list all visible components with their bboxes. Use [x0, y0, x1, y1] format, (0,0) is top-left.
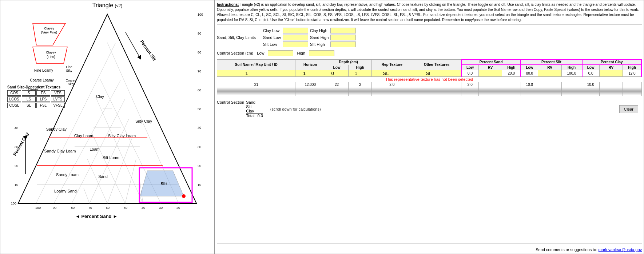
data-col14	[599, 82, 623, 87]
data-col1: 21	[217, 82, 295, 87]
clayey-f-label1: Clayey	[46, 51, 56, 54]
row1-rep-texture[interactable]	[383, 71, 401, 76]
silt-low-input[interactable]	[283, 41, 308, 47]
clay-high-input[interactable]	[330, 28, 356, 33]
silt-row: Silt	[246, 104, 263, 109]
clayey-f-label2: (Fine)	[47, 55, 55, 59]
silt-40: 40	[198, 126, 201, 130]
clay-high-header2: High	[623, 65, 641, 70]
data-row-1: 21 12.000 22 2 2.0 2.0 10.0	[217, 82, 642, 87]
sand-70: 70	[88, 206, 92, 210]
fsl-box[interactable]: FSL	[36, 103, 50, 108]
coarse-loamy-label: Coarse Loamy	[30, 78, 53, 82]
row1-silt-rv[interactable]	[538, 70, 561, 77]
cos-box[interactable]: COS	[7, 90, 21, 96]
depth-header: Depth (cm)	[325, 59, 371, 65]
cosl-box[interactable]: COSL	[7, 103, 21, 108]
clay-40-label: 40	[15, 126, 18, 130]
sl-box[interactable]: SL	[22, 103, 36, 108]
clay-rv-header: RV	[599, 65, 623, 70]
texture-grid: COS S FS VFS LCOS LS LFS LVFS COSL SL FS…	[7, 90, 65, 108]
row1-soil-name[interactable]	[245, 71, 267, 76]
total-value: 0.0	[258, 114, 263, 118]
sand-low-header: Low	[461, 65, 479, 70]
sand-60: 60	[106, 206, 110, 210]
sand-20: 20	[176, 206, 180, 210]
data-col4: 2	[349, 82, 372, 87]
sand-low-input[interactable]	[283, 35, 308, 40]
control-section-label-area: Control Section Sand Silt Clay Total 0.0	[217, 100, 263, 118]
lfs-box[interactable]: LFS	[36, 96, 50, 102]
clay-low-header2: Low	[582, 65, 600, 70]
lcos-box[interactable]: LCOS	[7, 96, 21, 102]
vfs-box[interactable]: VFS	[51, 90, 65, 96]
data-col13: 10.0	[582, 82, 600, 87]
total-row: Total 0.0	[246, 113, 263, 118]
silt-point[interactable]	[182, 194, 186, 198]
row1-sand-low: 0.0	[461, 70, 479, 77]
instructions-section: Instructions: Triangle (v2) is an applic…	[217, 2, 642, 25]
svg-line-10	[84, 188, 90, 203]
clay-30-label: 30	[15, 145, 18, 149]
sand-high-input[interactable]	[330, 35, 356, 40]
triangle-svg[interactable]: Percent Silt Percent Clay	[5, 11, 209, 218]
control-section-label: Control Section (cm)	[217, 51, 253, 55]
row1-clay-rv[interactable]	[599, 70, 623, 77]
table-wrapper: Soil Name / Map Unit / ID Horizon Depth …	[217, 59, 642, 96]
fs-box[interactable]: FS	[36, 90, 50, 96]
clear-button[interactable]: Clear	[619, 105, 638, 113]
row1-horizon[interactable]	[303, 71, 318, 76]
loamy-sand-texture: Loamy Sand	[54, 189, 77, 193]
control-bottom: Control Section Sand Silt Clay Total 0.0…	[217, 98, 642, 118]
row1-silt-low: 80.0	[521, 70, 538, 77]
svg-line-17	[90, 119, 129, 203]
silty-clay-texture: Silty Clay	[135, 119, 152, 123]
data-col3: 22	[325, 82, 348, 87]
control-section-high-input[interactable]	[309, 50, 334, 56]
row1-depth-high[interactable]	[355, 71, 366, 76]
silt-high-label: Silt High	[310, 42, 329, 47]
silt-high-input[interactable]	[330, 41, 356, 47]
sandy-loam-texture: Sandy Loam	[56, 172, 79, 177]
row1-sand-rv[interactable]	[479, 70, 502, 77]
triangle-canvas[interactable]: Percent Silt Percent Clay	[5, 11, 209, 222]
percent-clay-header: Percent Clay	[582, 59, 641, 65]
data-col11	[538, 82, 561, 87]
svg-line-0	[126, 32, 140, 58]
limits-grid: Clay Low Clay High Sand Low Sand High Si…	[263, 28, 356, 47]
footer-email[interactable]: mark.vanlear@usda.gov	[599, 247, 642, 252]
silt-rv-header: RV	[538, 65, 561, 70]
data-col9	[502, 82, 521, 87]
sand-100: 100	[35, 206, 41, 210]
sand-row: Sand	[246, 100, 263, 104]
clay-low-input[interactable]	[283, 28, 308, 33]
instructions-text: Triangle (v2) is an application to devel…	[217, 3, 639, 22]
sand-low-label: Sand Low	[263, 35, 281, 40]
control-section-low-label: Low	[257, 51, 264, 55]
control-section-bottom-label: Control Section	[217, 100, 244, 104]
clayey-vf-label2: (Very Fine)	[41, 31, 57, 34]
sand-50: 50	[124, 206, 127, 210]
table-container: Soil Name / Map Unit / ID Horizon Depth …	[217, 59, 642, 96]
control-section-low-input[interactable]	[268, 50, 293, 56]
row1-sand-rv-input[interactable]	[485, 71, 496, 76]
data-col12	[561, 82, 582, 87]
sand-rv-header: RV	[479, 65, 502, 70]
row1-other-textures[interactable]	[426, 71, 448, 76]
silt-100: 100	[198, 13, 203, 16]
vfsl-box[interactable]: VFSL	[51, 103, 65, 108]
silt-80: 80	[198, 51, 201, 54]
depth-low-header: Low	[325, 65, 348, 70]
sandy-clay-loam-texture: Sandy Clay Loam	[44, 149, 76, 153]
sand-high-header: High	[502, 65, 521, 70]
row1-silt-rv-input[interactable]	[544, 71, 555, 76]
s-box[interactable]: S	[22, 90, 36, 96]
row1-sand-high: 20.0	[502, 70, 521, 77]
data-col8	[479, 82, 502, 87]
sand-30: 30	[159, 206, 163, 210]
lvfs-box[interactable]: LVFS	[51, 96, 65, 102]
row1-depth-low[interactable]	[331, 71, 342, 76]
data-col6	[412, 82, 461, 87]
row1-clay-rv-input[interactable]	[605, 71, 616, 76]
ls-box[interactable]: LS	[22, 96, 36, 102]
